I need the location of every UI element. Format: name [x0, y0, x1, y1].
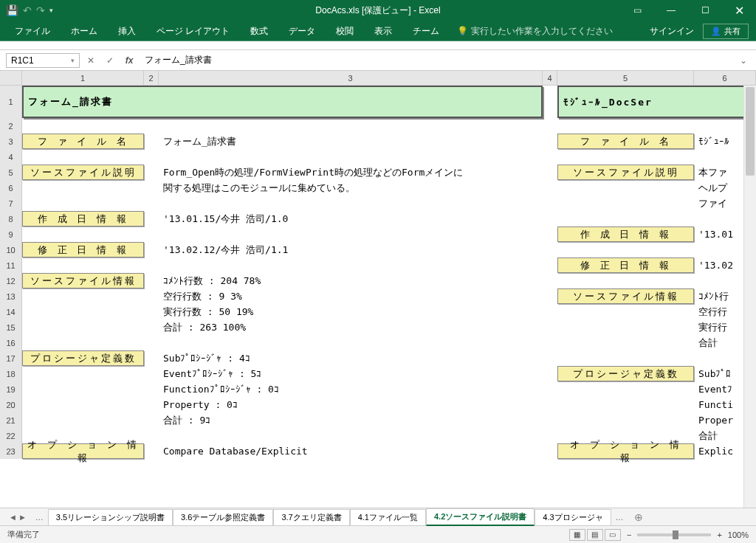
label-created[interactable]: 作 成 日 情 報 — [22, 211, 144, 226]
row-header[interactable]: 17 — [0, 350, 22, 366]
label-src-desc-r[interactable]: ソースファイル説明 — [557, 165, 694, 180]
tab-review[interactable]: 校閲 — [326, 21, 364, 42]
tell-me-search[interactable]: 💡 実行したい作業を入力してください — [457, 25, 613, 38]
view-pagebreak-icon[interactable]: ▭ — [605, 529, 621, 541]
row-header[interactable]: 10 — [0, 242, 22, 257]
label-option[interactable]: オ プ シ ョ ン 情 報 — [22, 443, 144, 459]
tab-team[interactable]: チーム — [402, 21, 450, 42]
label-filename[interactable]: フ ァ イ ル 名 — [22, 134, 144, 149]
view-pagelayout-icon[interactable]: ▤ — [587, 529, 603, 541]
value-filename[interactable]: フォーム_請求書 — [159, 134, 543, 149]
sheet-nav-prev-icon[interactable]: ◄ — [9, 513, 17, 522]
label-option-r[interactable]: オ プ シ ョ ン 情 報 — [557, 443, 694, 459]
row-header[interactable]: 13 — [0, 288, 22, 304]
row-header[interactable]: 7 — [0, 196, 22, 211]
row-header[interactable]: 14 — [0, 304, 22, 319]
zoom-level[interactable]: 100% — [728, 530, 749, 539]
section-title-right[interactable]: ﾓｼﾞｭｰﾙ_DocSer — [557, 86, 749, 118]
zoom-slider[interactable] — [637, 533, 711, 536]
tab-insert[interactable]: 挿入 — [108, 21, 146, 42]
value-option[interactable]: Compare Database/Explicit — [159, 443, 543, 459]
col-header[interactable]: 6 — [694, 71, 756, 85]
row-header[interactable]: 8 — [0, 211, 22, 226]
minimize-button[interactable]: — — [654, 0, 688, 21]
row-header[interactable]: 15 — [0, 319, 22, 335]
value-src-desc2[interactable]: 関する処理はこのモジュールに集めている。 — [159, 180, 543, 196]
col-header[interactable]: 3 — [159, 71, 543, 85]
zoom-out-button[interactable]: − — [627, 530, 631, 539]
value-src-desc1[interactable]: Form_Open時の処理/FormViewPrint時の処理などのFormメイ… — [159, 165, 543, 180]
label-modified[interactable]: 修 正 日 情 報 — [22, 242, 144, 257]
tab-formulas[interactable]: 数式 — [240, 21, 278, 42]
label-src-info-r[interactable]: ソースファイル情報 — [557, 288, 694, 304]
name-box[interactable]: R1C1 ▾ — [6, 53, 80, 68]
row-header[interactable]: 2 — [0, 118, 22, 134]
label-created-r[interactable]: 作 成 日 情 報 — [557, 226, 694, 242]
sheet-tab[interactable]: 4.1ファイル一覧 — [350, 509, 426, 525]
label-src-info[interactable]: ソースファイル情報 — [22, 273, 144, 288]
enter-icon[interactable]: ✓ — [102, 53, 118, 68]
label-modified-r[interactable]: 修 正 日 情 報 — [557, 257, 694, 273]
col-header[interactable]: 4 — [543, 71, 557, 85]
row-header[interactable]: 18 — [0, 366, 22, 381]
cancel-icon[interactable]: ✕ — [83, 53, 99, 68]
row-header[interactable]: 4 — [0, 149, 22, 165]
row-header[interactable]: 22 — [0, 428, 22, 443]
undo-icon[interactable]: ↶ — [23, 4, 32, 16]
sheet-tab[interactable]: 4.3プロシージャ — [535, 509, 611, 525]
value-src-info1[interactable]: ｺﾒﾝﾄ行数 : 204 78% — [159, 273, 543, 288]
chevron-down-icon[interactable]: ▾ — [71, 57, 75, 64]
row-header[interactable]: 5 — [0, 165, 22, 180]
value-proc4[interactable]: Property : 0ｺ — [159, 397, 543, 412]
maximize-button[interactable]: ☐ — [688, 0, 722, 21]
value-proc2[interactable]: Eventﾌﾟﾛｼｰｼﾞｬ : 5ｺ — [159, 366, 543, 381]
sheet-overflow-left[interactable]: … — [31, 513, 48, 522]
row-header[interactable]: 23 — [0, 443, 22, 459]
save-icon[interactable]: 💾 — [6, 4, 18, 16]
formula-input[interactable] — [140, 53, 734, 68]
view-normal-icon[interactable]: ▦ — [569, 529, 585, 541]
value-modified[interactable]: '13.02.12/今井 浩司/1.1 — [159, 242, 543, 257]
row-header[interactable]: 6 — [0, 180, 22, 196]
select-all-corner[interactable] — [0, 71, 22, 85]
tab-file[interactable]: ファイル — [4, 21, 61, 42]
row-header[interactable]: 16 — [0, 335, 22, 350]
label-filename-r[interactable]: フ ァ イ ル 名 — [557, 134, 694, 149]
sheet-tab-active[interactable]: 4.2ソースファイル説明書 — [426, 508, 535, 526]
value-src-info2[interactable]: 空行行数 : 9 3% — [159, 288, 543, 304]
tab-view[interactable]: 表示 — [364, 21, 402, 42]
tab-pagelayout[interactable]: ページ レイアウト — [146, 21, 240, 42]
sheet-tab[interactable]: 3.6テーブル参照定義書 — [173, 509, 273, 525]
row-header[interactable]: 20 — [0, 397, 22, 412]
label-proc-def[interactable]: プロシージャ定義数 — [22, 350, 144, 366]
row-header[interactable]: 11 — [0, 257, 22, 273]
value-created[interactable]: '13.01.15/今井 浩司/1.0 — [159, 211, 543, 226]
row-header[interactable]: 1 — [0, 86, 22, 118]
col-header[interactable]: 2 — [144, 71, 159, 85]
col-header[interactable]: 5 — [557, 71, 694, 85]
value-src-info3[interactable]: 実行行数 : 50 19% — [159, 304, 543, 319]
ribbon-options-icon[interactable]: ▭ — [620, 0, 654, 21]
label-src-desc[interactable]: ソースファイル説明 — [22, 165, 144, 180]
value-proc5[interactable]: 合計 : 9ｺ — [159, 412, 543, 428]
tab-home[interactable]: ホーム — [61, 21, 108, 42]
section-title-left[interactable]: フォーム_請求書 — [22, 86, 543, 118]
qat-dropdown-icon[interactable]: ▾ — [49, 7, 53, 14]
close-button[interactable]: ✕ — [722, 0, 756, 21]
row-header[interactable]: 19 — [0, 381, 22, 397]
signin-link[interactable]: サインイン — [650, 25, 694, 38]
row-header[interactable]: 21 — [0, 412, 22, 428]
zoom-in-button[interactable]: + — [717, 530, 721, 539]
tab-data[interactable]: データ — [278, 21, 326, 42]
share-button[interactable]: 👤 共有 — [703, 24, 749, 39]
row-header[interactable]: 9 — [0, 226, 22, 242]
value-proc1[interactable]: Subﾌﾟﾛｼｰｼﾞｬ : 4ｺ — [159, 350, 543, 366]
value-src-info4[interactable]: 合計 : 263 100% — [159, 319, 543, 335]
col-header[interactable]: 1 — [22, 71, 144, 85]
row-header[interactable]: 12 — [0, 273, 22, 288]
expand-formula-icon[interactable]: ⌄ — [737, 55, 750, 66]
spreadsheet-grid[interactable]: 1 2 3 4 5 6 1 フォーム_請求書 ﾓｼﾞｭｰﾙ_DocSer 2 3… — [0, 71, 756, 508]
label-proc-def-r[interactable]: プロシージャ定義数 — [557, 366, 694, 381]
vertical-scrollbar[interactable] — [743, 86, 756, 508]
new-sheet-button[interactable]: ⊕ — [628, 511, 649, 523]
